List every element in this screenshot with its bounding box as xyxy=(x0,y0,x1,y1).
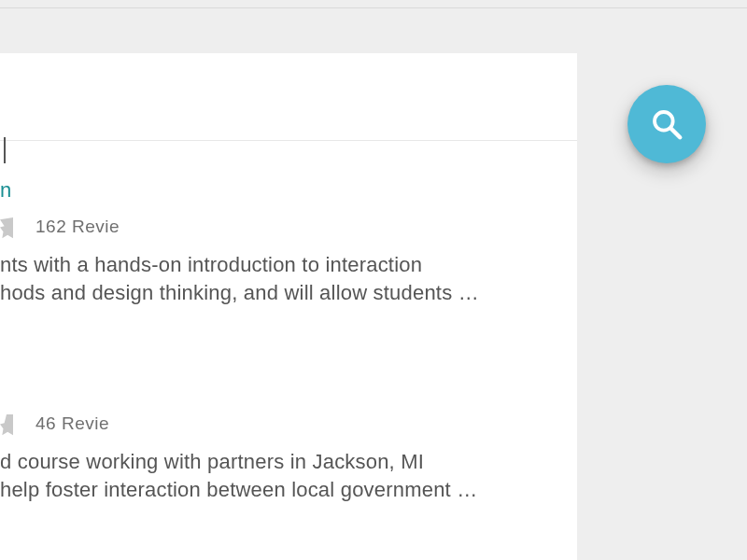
review-count: 162 Revie xyxy=(35,217,120,237)
result-item[interactable]: n 162 Revie nts with a hands-on introduc… xyxy=(0,178,577,308)
result-meta: 46 Revie xyxy=(0,413,577,435)
result-description: nts with a hands-on introduction to inte… xyxy=(0,251,577,308)
desc-line: help foster interaction between local go… xyxy=(0,476,577,504)
result-title: n xyxy=(0,178,577,204)
results-panel: n 162 Revie nts with a hands-on introduc… xyxy=(0,53,577,560)
review-count: 46 Revie xyxy=(35,413,109,434)
svg-line-1 xyxy=(671,129,681,138)
text-cursor xyxy=(4,137,6,163)
star-icon xyxy=(0,217,13,236)
star-icon xyxy=(0,414,13,433)
search-row[interactable] xyxy=(0,53,577,141)
desc-line: nts with a hands-on introduction to inte… xyxy=(0,251,577,279)
search-icon xyxy=(649,106,684,142)
result-item[interactable]: 46 Revie d course working with partners … xyxy=(0,413,577,505)
desc-line: hods and design thinking, and will allow… xyxy=(0,279,577,307)
result-description: d course working with partners in Jackso… xyxy=(0,448,577,505)
search-fab[interactable] xyxy=(627,85,706,163)
desc-line: d course working with partners in Jackso… xyxy=(0,448,577,476)
top-border xyxy=(0,0,747,8)
result-meta: 162 Revie xyxy=(0,216,577,238)
